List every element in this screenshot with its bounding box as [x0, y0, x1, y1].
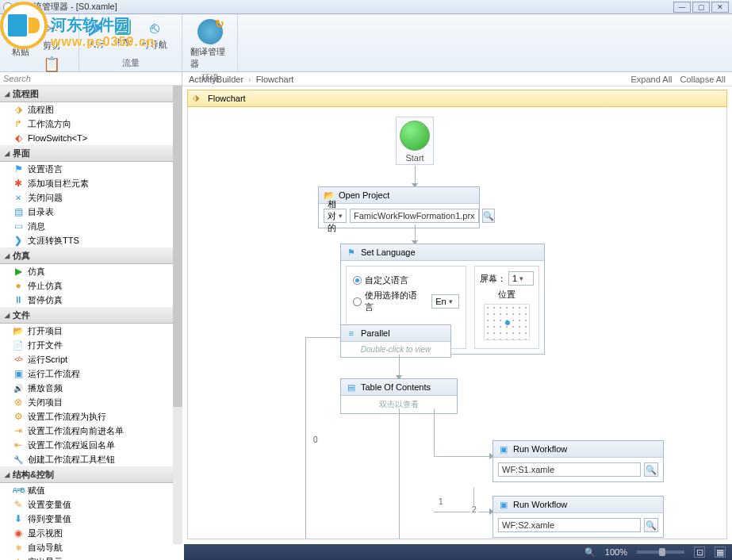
- start-node[interactable]: Start: [396, 117, 434, 165]
- custom-language-radio[interactable]: [353, 276, 362, 285]
- paste-button[interactable]: 粘贴: [5, 17, 36, 59]
- flag-icon: [13, 163, 24, 175]
- parallel-icon: [346, 328, 357, 339]
- autonav-icon: [13, 542, 24, 553]
- fit-to-screen-button[interactable]: ⊡: [694, 547, 705, 558]
- category-ui[interactable]: 界面: [0, 145, 182, 162]
- pause-icon: [13, 294, 24, 305]
- ribbon: 粘贴 剪切 复制 剪切板 执行 中断 可导航 流量 翻译管理器 环境: [0, 14, 732, 72]
- direction-icon: [13, 118, 24, 129]
- selected-language-radio[interactable]: [353, 297, 362, 306]
- browse-button[interactable]: 🔍: [482, 209, 495, 223]
- run-workflow-node-2[interactable]: Run Workflow WF:S2.xamle 🔍: [492, 496, 664, 538]
- item-flowswitch[interactable]: FlowSwitch<T>: [0, 131, 182, 145]
- item-create-toolbar[interactable]: 创建工作流程工具栏钮: [0, 452, 182, 466]
- stop-icon: [115, 19, 131, 35]
- globe-icon: [197, 19, 223, 44]
- main-area: Search 流程图 流程图 工作流方向 FlowSwitch<T> 界面 设置…: [0, 72, 732, 544]
- script-icon: [13, 354, 24, 365]
- view-icon: [13, 527, 24, 539]
- item-workflow-direction[interactable]: 工作流方向: [0, 117, 182, 131]
- item-highlight[interactable]: 突出显示: [0, 554, 182, 560]
- item-add-toolbar-element[interactable]: 添加项目栏元素: [0, 176, 182, 190]
- cut-button[interactable]: 剪切: [40, 17, 63, 53]
- flowchart-title-bar[interactable]: Flowchart: [187, 90, 727, 107]
- nav-button[interactable]: 可导航: [138, 17, 171, 52]
- item-simulate[interactable]: 仿真: [0, 264, 182, 278]
- item-set-variable[interactable]: 设置变量值: [0, 497, 182, 512]
- item-run-script[interactable]: 运行Script: [0, 352, 182, 366]
- item-auto-nav[interactable]: 自动导航: [0, 540, 182, 554]
- connector: [399, 408, 400, 539]
- item-stop-sim[interactable]: 停止仿真: [0, 278, 182, 293]
- item-open-project[interactable]: 打开项目: [0, 324, 182, 338]
- workflow-file-input[interactable]: WF:S2.xamle: [498, 518, 641, 532]
- category-structure[interactable]: 结构&控制: [0, 466, 182, 483]
- close-button[interactable]: ✕: [711, 2, 729, 13]
- item-tts[interactable]: 文涯转换TTS: [0, 233, 182, 247]
- scrollbar-thumb[interactable]: [173, 86, 182, 407]
- item-close-project[interactable]: 关闭项目: [0, 395, 182, 409]
- expand-all-link[interactable]: Expand All: [631, 75, 673, 84]
- message-icon: [13, 221, 24, 232]
- language-select[interactable]: En: [431, 294, 459, 309]
- switch-icon: [13, 132, 24, 144]
- connector: [434, 512, 473, 512]
- item-set-wf-exec[interactable]: 设置工作流程为执行: [0, 409, 182, 424]
- item-show-view[interactable]: 显示视图: [0, 526, 182, 540]
- nav-icon: [150, 19, 159, 37]
- branch-label-0: 0: [312, 435, 320, 444]
- start-circle-icon: [400, 121, 430, 151]
- zoom-slider[interactable]: [637, 550, 684, 554]
- browse-button[interactable]: 🔍: [644, 462, 658, 477]
- item-message[interactable]: 消息: [0, 219, 182, 233]
- magnifier-icon[interactable]: 🔍: [584, 547, 596, 558]
- item-pause-sim[interactable]: 暂停仿真: [0, 293, 182, 307]
- ribbon-group-label: 流量: [84, 56, 177, 70]
- item-get-variable[interactable]: 得到变量值: [0, 512, 182, 526]
- project-path-input[interactable]: FamicWorkFlowFormation1.prx: [350, 209, 479, 223]
- item-set-wf-forward[interactable]: 设置工作流程向前进名单: [0, 424, 182, 438]
- item-open-file[interactable]: 打开文件: [0, 338, 182, 352]
- window-title: 工作流管理器 - [S0.xamle]: [16, 1, 673, 13]
- item-close-question[interactable]: 关闭问题: [0, 190, 182, 205]
- workflow-file-input[interactable]: WF:S1.xamle: [498, 462, 641, 477]
- item-toc[interactable]: 目录表: [0, 205, 182, 219]
- category-file[interactable]: 文件: [0, 307, 182, 324]
- stop-button[interactable]: 中断: [111, 17, 135, 50]
- screen-select[interactable]: 1: [508, 271, 534, 286]
- item-set-language[interactable]: 设置语言: [0, 162, 182, 176]
- category-flowchart[interactable]: 流程图: [0, 86, 182, 102]
- open-project-node[interactable]: Open Project 相对的 FamicWorkFlowFormation1…: [318, 186, 480, 228]
- workflow-icon: [13, 368, 24, 379]
- overview-button[interactable]: ▦: [715, 547, 726, 558]
- file-icon: [13, 339, 24, 351]
- collapse-all-link[interactable]: Collapse All: [680, 75, 726, 84]
- browse-button[interactable]: 🔍: [644, 518, 658, 532]
- toc-icon: [346, 382, 357, 393]
- item-assign[interactable]: 赋值: [0, 483, 182, 497]
- translate-manager-button[interactable]: 翻译管理器: [187, 17, 232, 71]
- position-grid[interactable]: [484, 304, 530, 340]
- window-buttons: — ▢ ✕: [673, 2, 729, 13]
- run-workflow-node-1[interactable]: Run Workflow WF:S1.xamle 🔍: [492, 440, 664, 482]
- path-mode-select[interactable]: 相对的: [324, 209, 347, 223]
- breadcrumb-current[interactable]: Flowchart: [256, 75, 294, 84]
- flowchart-canvas[interactable]: Start Open Project 相对的 FamicWorkFlowForm…: [187, 107, 727, 539]
- set-var-icon: [13, 499, 24, 510]
- item-flowchart[interactable]: 流程图: [0, 102, 182, 117]
- maximize-button[interactable]: ▢: [692, 2, 710, 13]
- minimize-button[interactable]: —: [673, 2, 691, 13]
- item-set-wf-return[interactable]: 设置工作流程返回名单: [0, 438, 182, 452]
- forward-icon: [13, 425, 24, 436]
- category-simulation[interactable]: 仿真: [0, 247, 182, 264]
- toolbox-sidebar: Search 流程图 流程图 工作流方向 FlowSwitch<T> 界面 设置…: [0, 72, 182, 544]
- parallel-node[interactable]: Parallel Double-click to view: [340, 324, 451, 358]
- run-button[interactable]: 执行: [84, 17, 108, 52]
- breadcrumb-root[interactable]: ActivityBuilder: [189, 75, 243, 84]
- item-run-workflow[interactable]: 运行工作流程: [0, 366, 182, 381]
- branch-label-1: 1: [437, 497, 445, 506]
- sidebar-scrollbar[interactable]: [173, 86, 182, 544]
- search-input[interactable]: Search: [0, 72, 182, 86]
- item-play-audio[interactable]: 播放音频: [0, 381, 182, 395]
